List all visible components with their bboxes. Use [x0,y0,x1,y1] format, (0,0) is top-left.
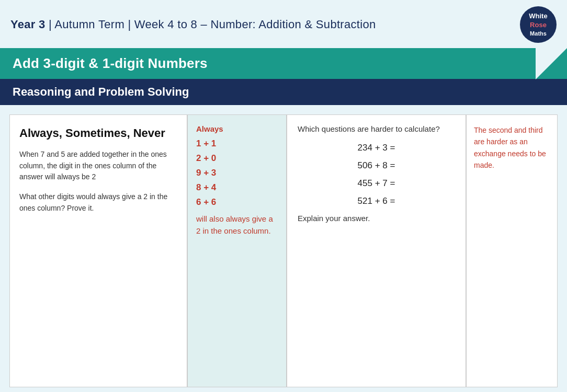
right-equation-1: 234 + 3 = [298,143,455,153]
topic-label: Week 4 to 8 – Number: Addition & Subtrac… [134,18,376,31]
white-rose-logo: White Rose Maths [520,6,557,43]
right-card-question: Which questions are harder to calculate? [298,124,455,133]
header-title: Year 3 | Autumn Term | Week 4 to 8 – Num… [10,18,376,31]
logo-white: White [529,12,547,21]
equation-5: 6 + 6 [196,197,278,207]
year-label: Year 3 [10,18,46,31]
left-card-paragraph1: When 7 and 5 are added together in the o… [19,149,177,183]
right-equation-2: 506 + 8 = [298,160,455,171]
left-card: Always, Sometimes, Never When 7 and 5 ar… [9,114,187,387]
middle-card-answer: will also always give a 2 in the ones co… [196,213,278,237]
equation-2: 2 + 0 [196,153,278,164]
lesson-title: Add 3-digit & 1-digit Numbers [13,55,554,72]
right-card: Which questions are harder to calculate?… [287,114,466,387]
always-label: Always [196,124,278,133]
section-subtitle: Reasoning and Problem Solving [13,85,554,99]
subtitle-banner: Reasoning and Problem Solving [0,79,567,105]
left-card-paragraph2: What other digits would always give a 2 … [19,191,177,214]
answer-text: The second and third are harder as an ex… [474,124,550,171]
equation-4: 8 + 4 [196,182,278,193]
answer-card: The second and third are harder as an ex… [466,114,558,387]
title-banner: Add 3-digit & 1-digit Numbers [0,48,567,79]
left-card-heading: Always, Sometimes, Never [19,124,177,142]
logo-rose: Rose [530,21,547,30]
middle-card: Always 1 + 1 2 + 0 9 + 3 8 + 4 6 + 6 wil… [187,114,287,387]
explain-text: Explain your answer. [298,214,455,223]
equation-1: 1 + 1 [196,139,278,149]
term-label: Autumn Term [54,18,124,31]
right-equation-3: 455 + 7 = [298,178,455,189]
equation-3: 9 + 3 [196,168,278,178]
right-equation-4: 521 + 6 = [298,196,455,206]
main-content: Always, Sometimes, Never When 7 and 5 ar… [0,105,567,392]
logo-maths: Maths [530,30,547,37]
header: Year 3 | Autumn Term | Week 4 to 8 – Num… [0,0,567,48]
